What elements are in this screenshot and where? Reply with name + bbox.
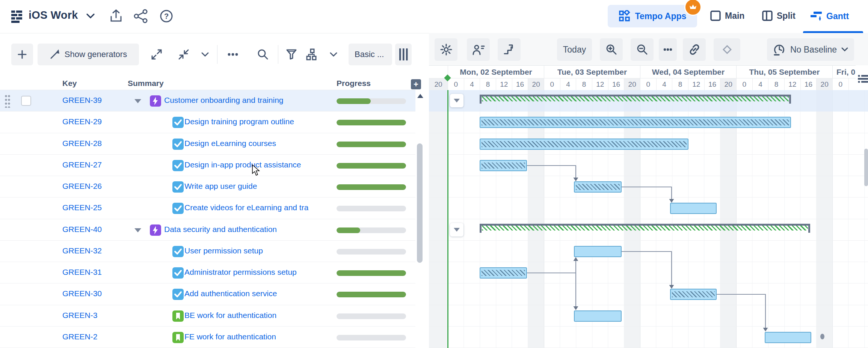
help-icon[interactable]: ? [159,9,174,23]
link-tasks-button[interactable] [683,38,706,61]
table-row[interactable]: GREEN-2FE work for authentication [0,327,415,348]
issue-summary[interactable]: Create videos for eLearning and tra [184,203,308,212]
gantt-row-expander[interactable] [450,223,463,237]
collapse-all-button[interactable] [174,44,193,65]
task-bar-in-progress[interactable] [480,139,688,150]
issue-summary[interactable]: Design training program outline [184,117,294,126]
add-column-button[interactable]: + [411,79,421,89]
table-row[interactable]: GREEN-32User permission setup [0,241,415,262]
gantt-resources-button[interactable] [467,38,490,61]
issue-summary[interactable]: User permission setup [184,246,263,255]
issue-type-icon [172,117,184,128]
table-row[interactable]: GREEN-30Add authentication service [0,283,415,305]
group-hierarchy-button[interactable] [303,44,322,65]
task-bar[interactable] [765,332,811,343]
gantt-more-button[interactable] [659,38,677,61]
task-bar-in-progress[interactable] [480,117,791,128]
gantt-autoschedule-button[interactable] [498,38,521,61]
issue-key[interactable]: GREEN-31 [62,268,102,277]
issue-summary[interactable]: Data security and authentication [164,225,277,234]
task-bar[interactable] [574,310,622,322]
marker-dot [820,334,824,339]
issue-summary[interactable]: Design eLearning courses [184,139,276,148]
issue-key[interactable]: GREEN-40 [62,225,102,234]
issue-summary[interactable]: Write app user guide [184,182,257,191]
task-bar-in-progress[interactable] [670,289,717,300]
table-row[interactable]: GREEN-40Data security and authentication [0,219,415,241]
gantt-row-expander[interactable] [450,94,463,107]
hour-cell: 0 [832,78,848,90]
table-row[interactable]: GREEN-27Design in-app product assistance [0,155,415,176]
issue-summary[interactable]: Administrator permissions setup [184,268,297,277]
structure-title[interactable]: iOS Work [29,9,78,21]
zoom-out-button[interactable] [631,38,654,61]
search-button[interactable] [254,44,272,65]
task-bar-in-progress[interactable] [574,181,622,193]
drag-handle[interactable] [5,94,11,108]
table-row[interactable]: GREEN-3BE work for authentication [0,305,415,327]
table-row[interactable]: GREEN-39Customer onboarding and training [0,90,415,111]
issue-summary[interactable]: FE work for authentication [184,332,276,341]
chart-legend-icon[interactable] [858,74,868,83]
view-selector-button[interactable]: Basic ... [349,44,392,65]
task-bar[interactable] [670,203,717,214]
title-chevron-down-icon[interactable] [86,14,95,19]
add-item-button[interactable] [11,44,33,65]
epic-group-bar[interactable] [480,224,810,233]
more-options-button[interactable] [224,44,242,65]
group-chevron-down-icon[interactable] [325,44,342,65]
table-scroll-up-arrow[interactable] [417,94,423,98]
filter-button[interactable] [282,44,300,65]
tab-main[interactable]: Main [710,10,744,21]
table-row[interactable]: GREEN-25Create videos for eLearning and … [0,197,415,219]
issue-summary[interactable]: Design in-app product assistance [184,160,301,169]
gantt-scrollbar-thumb[interactable] [864,149,868,186]
table-row[interactable]: GREEN-28Design eLearning courses [0,133,415,155]
table-row[interactable]: GREEN-26Write app user guide [0,176,415,197]
baseline-selector[interactable]: No Baseline [767,38,854,61]
view-selector-label: Basic ... [355,50,384,59]
structure-logo-icon[interactable] [11,10,25,23]
issue-key[interactable]: GREEN-3 [62,311,97,320]
tab-split[interactable]: Split [762,10,796,21]
issue-key[interactable]: GREEN-28 [62,139,102,148]
share-icon[interactable] [134,9,148,23]
expand-all-button[interactable] [147,44,166,65]
issue-key[interactable]: GREEN-26 [62,182,102,191]
issue-summary[interactable]: BE work for authentication [184,311,276,320]
split-view-icon [762,10,773,21]
issue-key[interactable]: GREEN-29 [62,117,102,126]
issue-key[interactable]: GREEN-27 [62,160,102,169]
columns-button[interactable] [395,44,412,65]
toolbar-chevron-down-icon[interactable] [197,44,213,65]
column-header-progress[interactable]: Progress [337,79,371,88]
issue-summary[interactable]: Add authentication service [184,289,277,298]
issue-key[interactable]: GREEN-25 [62,203,102,212]
collapse-triangle-icon[interactable] [134,99,141,103]
progress-bar [337,184,406,190]
task-bar-in-progress[interactable] [480,267,527,279]
export-icon[interactable] [110,9,122,23]
issue-key[interactable]: GREEN-32 [62,246,102,255]
row-checkbox[interactable] [21,96,31,106]
table-scrollbar-thumb[interactable] [417,143,423,263]
issue-summary[interactable]: Customer onboarding and training [164,96,284,105]
milestone-button[interactable] [714,38,740,61]
column-header-key[interactable]: Key [62,79,77,88]
zoom-in-button[interactable] [600,38,623,61]
task-bar-in-progress[interactable] [480,160,527,171]
show-generators-button[interactable]: Show generators [38,44,139,65]
today-button[interactable]: Today [557,38,592,61]
task-bar[interactable] [574,246,622,257]
tab-gantt[interactable]: Gantt [810,10,849,22]
gantt-settings-button[interactable] [435,38,457,61]
collapse-triangle-icon[interactable] [134,228,141,232]
tempo-apps-button[interactable]: Tempo Apps [608,5,697,27]
issue-key[interactable]: GREEN-39 [62,96,102,105]
epic-group-bar[interactable] [480,95,791,104]
issue-key[interactable]: GREEN-30 [62,289,102,298]
table-row[interactable]: GREEN-31Administrator permissions setup [0,262,415,283]
issue-key[interactable]: GREEN-2 [62,332,97,341]
table-row[interactable]: GREEN-29Design training program outline [0,111,415,133]
column-header-summary[interactable]: Summary [128,79,164,88]
